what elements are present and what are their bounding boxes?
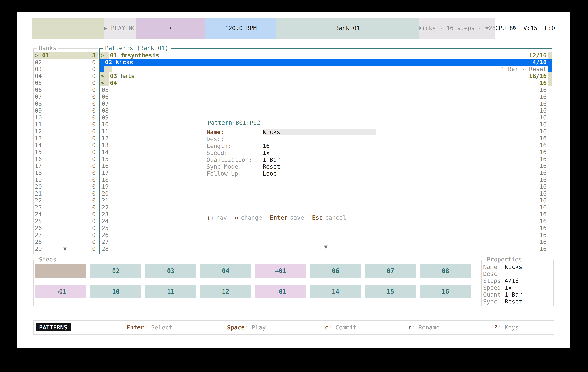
pattern-edit-field[interactable]: Speed: 1x bbox=[207, 149, 376, 156]
pattern-edit-field[interactable]: Sync Mode: Reset bbox=[207, 163, 376, 170]
bank-row[interactable]: 04 0 bbox=[33, 72, 98, 80]
bank-row[interactable]: 05 0 bbox=[33, 80, 98, 86]
pattern-edit-field[interactable]: Desc: bbox=[207, 135, 376, 142]
bank-row[interactable]: 11 0 bbox=[33, 121, 98, 128]
bank-row[interactable]: 08 0 bbox=[33, 100, 98, 107]
bank-row[interactable]: 13 0 bbox=[33, 135, 98, 142]
patterns-scrollbar[interactable] bbox=[548, 128, 552, 135]
pattern-row[interactable]: 1 Bar · Reset bbox=[100, 66, 552, 72]
bank-row[interactable]: 21 0 bbox=[33, 190, 98, 197]
step-cell[interactable] bbox=[35, 264, 86, 278]
pattern-edit-field[interactable]: Follow Up: Loop bbox=[207, 170, 376, 177]
step-cell[interactable]: 14 bbox=[310, 285, 361, 298]
pattern-row[interactable]: 09 16 bbox=[100, 114, 552, 121]
patterns-scrollbar[interactable] bbox=[548, 52, 552, 59]
bank-row[interactable]: 06 0 bbox=[33, 86, 98, 93]
bank-row[interactable]: 19 0 bbox=[33, 176, 98, 183]
bank-row[interactable]: > 01 3 bbox=[33, 52, 98, 59]
pattern-row[interactable]: 08 16 bbox=[100, 107, 552, 114]
pattern-edit-field[interactable]: Quantization: 1 Bar bbox=[207, 156, 376, 163]
pattern-edit-field[interactable]: Name: kicks bbox=[207, 129, 376, 135]
bank-row[interactable]: 16 0 bbox=[33, 155, 98, 162]
patterns-scrollbar[interactable] bbox=[548, 149, 552, 155]
bank-row[interactable]: 22 0 bbox=[33, 197, 98, 204]
step-cell[interactable]: 15 bbox=[365, 285, 416, 298]
patterns-scrollbar[interactable] bbox=[548, 80, 552, 86]
bank-row[interactable]: 02 0 bbox=[33, 59, 98, 66]
patterns-scrollbar[interactable] bbox=[548, 238, 552, 245]
bank-pattern-count: 0 bbox=[88, 114, 96, 121]
step-cell[interactable]: 06 bbox=[310, 264, 361, 278]
step-cell[interactable]: 02 bbox=[90, 264, 141, 278]
bank-row[interactable]: 15 0 bbox=[33, 149, 98, 155]
step-cell[interactable]: 12 bbox=[200, 285, 251, 298]
patterns-scrollbar[interactable] bbox=[548, 59, 552, 66]
field-value[interactable]: 1 Bar bbox=[263, 156, 376, 163]
pattern-row[interactable]: 06 16 bbox=[100, 93, 552, 100]
field-value[interactable]: 16 bbox=[263, 142, 376, 149]
step-cell[interactable]: 04 bbox=[200, 264, 251, 278]
patterns-scrollbar[interactable] bbox=[548, 142, 552, 149]
patterns-scrollbar[interactable] bbox=[548, 162, 552, 169]
pattern-row[interactable]: > 03 hats 16/16 bbox=[100, 72, 552, 80]
patterns-scrollbar[interactable] bbox=[548, 169, 552, 176]
bank-row[interactable]: 18 0 bbox=[33, 169, 98, 176]
patterns-scrollbar[interactable] bbox=[548, 72, 552, 80]
bank-row[interactable]: 12 0 bbox=[33, 128, 98, 135]
pattern-row[interactable]: 25 16 bbox=[100, 225, 552, 231]
bank-row[interactable]: 09 0 bbox=[33, 107, 98, 114]
pattern-row[interactable]: > 04 16 bbox=[100, 80, 552, 86]
bank-row[interactable]: 28 0 bbox=[33, 238, 98, 245]
patterns-scrollbar[interactable] bbox=[548, 107, 552, 114]
patterns-scrollbar[interactable] bbox=[548, 135, 552, 142]
pattern-edit-field[interactable]: Length: 16 bbox=[207, 142, 376, 149]
pattern-row[interactable]: 07 16 bbox=[100, 100, 552, 107]
bank-row[interactable]: 29 ▼ 0 bbox=[33, 245, 98, 252]
bank-row[interactable]: 17 0 bbox=[33, 162, 98, 169]
patterns-scrollbar[interactable] bbox=[548, 197, 552, 204]
patterns-scrollbar[interactable] bbox=[548, 204, 552, 211]
patterns-scrollbar[interactable] bbox=[548, 190, 552, 197]
step-cell[interactable]: 11 bbox=[145, 285, 196, 298]
bank-row[interactable]: 23 0 bbox=[33, 204, 98, 211]
bank-row[interactable]: 26 0 bbox=[33, 225, 98, 231]
patterns-scrollbar[interactable] bbox=[548, 183, 552, 190]
step-cell[interactable]: 07 bbox=[365, 264, 416, 278]
field-value[interactable]: Reset bbox=[263, 163, 376, 170]
patterns-scrollbar[interactable] bbox=[548, 121, 552, 128]
step-cell[interactable]: 03 bbox=[145, 264, 196, 278]
patterns-scrollbar[interactable] bbox=[548, 155, 552, 162]
patterns-scrollbar[interactable] bbox=[548, 114, 552, 121]
patterns-scrollbar[interactable] bbox=[548, 66, 552, 72]
bank-row[interactable]: 14 0 bbox=[33, 142, 98, 149]
step-cell[interactable]: →01 bbox=[35, 285, 86, 298]
step-cell[interactable]: →01 bbox=[255, 285, 306, 298]
patterns-scrollbar[interactable] bbox=[548, 86, 552, 93]
patterns-scrollbar[interactable] bbox=[548, 211, 552, 218]
bank-row[interactable]: 25 0 bbox=[33, 218, 98, 225]
pattern-row[interactable]: 05 16 bbox=[100, 86, 552, 93]
bank-row[interactable]: 24 0 bbox=[33, 211, 98, 218]
patterns-scrollbar[interactable] bbox=[548, 218, 552, 225]
patterns-scrollbar[interactable] bbox=[548, 176, 552, 183]
patterns-scrollbar[interactable] bbox=[548, 100, 552, 107]
field-value[interactable]: kicks bbox=[263, 129, 376, 135]
bank-row[interactable]: 27 0 bbox=[33, 231, 98, 238]
bank-row[interactable]: 20 0 bbox=[33, 183, 98, 190]
patterns-scrollbar[interactable] bbox=[548, 225, 552, 231]
step-cell[interactable]: 08 bbox=[420, 264, 471, 278]
pattern-row[interactable]: 02 kicks 4/16 bbox=[100, 59, 552, 66]
pattern-row[interactable]: 26 16 bbox=[100, 231, 552, 238]
step-cell[interactable]: 10 bbox=[90, 285, 141, 298]
field-value[interactable]: 1x bbox=[263, 150, 376, 156]
field-value[interactable]: Loop bbox=[263, 170, 376, 177]
bank-row[interactable]: 07 0 bbox=[33, 93, 98, 100]
step-cell[interactable]: 16 bbox=[420, 285, 471, 298]
patterns-scrollbar[interactable] bbox=[548, 93, 552, 100]
bank-row[interactable]: 10 0 bbox=[33, 114, 98, 121]
bank-row[interactable]: 03 0 bbox=[33, 66, 98, 72]
step-cell[interactable]: →01 bbox=[255, 264, 306, 278]
patterns-scrollbar[interactable] bbox=[548, 231, 552, 238]
patterns-scrollbar[interactable] bbox=[548, 245, 552, 252]
pattern-row[interactable]: > 01 fmsynthesis 12/16 bbox=[100, 52, 552, 59]
